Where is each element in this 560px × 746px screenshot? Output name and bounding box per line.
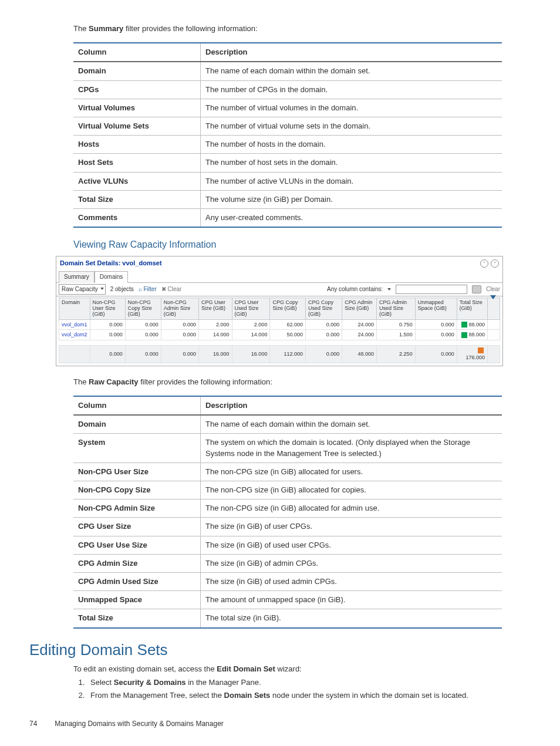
row-desc: The volume size (in GiB) per Domain. bbox=[201, 190, 502, 208]
panel-title: Domain Set Details: vvol_domset bbox=[60, 259, 162, 268]
sort-icon[interactable] bbox=[488, 298, 500, 319]
row-desc: The non-CPG size (in GiB) allocated for … bbox=[201, 481, 502, 499]
cell: 24.000 bbox=[342, 319, 377, 330]
object-count: 2 objects bbox=[110, 285, 134, 293]
cell: 0.000 bbox=[415, 330, 457, 340]
step-2: From the Management Tree, select the Dom… bbox=[87, 690, 531, 703]
domain-set-details-panel: Domain Set Details: vvol_domset ˄ ˅ Summ… bbox=[56, 256, 503, 366]
row-label: CPGs bbox=[73, 80, 201, 99]
expand-down-icon[interactable]: ˅ bbox=[491, 259, 499, 268]
col-unmapped[interactable]: Unmapped Space (GiB) bbox=[415, 298, 457, 319]
row-desc: The system on which the domain is locate… bbox=[201, 434, 502, 463]
col-cpg-admin-used[interactable]: CPG Admin Used Size (GiB) bbox=[376, 298, 415, 319]
col-domain[interactable]: Domain bbox=[59, 298, 90, 319]
row-desc: The number of hosts in the domain. bbox=[201, 136, 502, 154]
cell: 0.000 bbox=[305, 345, 342, 363]
row-desc: The size (in GiB) of used admin CPGs. bbox=[201, 572, 502, 590]
tab-bar: Summary Domains bbox=[56, 271, 502, 283]
row-desc: The name of each domain within the domai… bbox=[201, 62, 502, 80]
cell bbox=[488, 345, 500, 363]
cell bbox=[488, 330, 500, 340]
cell bbox=[59, 345, 90, 363]
cell: 88.000 bbox=[457, 319, 487, 330]
col-cpg-user-used[interactable]: CPG User Used Size (GiB) bbox=[232, 298, 270, 319]
raw-capacity-grid: Domain Non-CPG User Size (GiB) Non-CPG C… bbox=[59, 298, 500, 363]
row-label: Comments bbox=[73, 208, 201, 227]
contains-label: Any column contains: bbox=[327, 285, 383, 293]
row-desc: The name of each domain within the domai… bbox=[201, 415, 502, 434]
col-noncpg-admin[interactable]: Non-CPG Admin Size (GiB) bbox=[161, 298, 198, 319]
edit-intro: To edit an existing domain set, access t… bbox=[73, 664, 531, 674]
cell: 16.000 bbox=[232, 345, 270, 363]
row-desc: The total size (in GiB). bbox=[201, 609, 502, 628]
row-label: Non-CPG User Size bbox=[73, 463, 201, 481]
row-label: Virtual Volumes bbox=[73, 99, 201, 117]
cell: 0.000 bbox=[90, 345, 125, 363]
domain-link[interactable]: vvol_dom1 bbox=[59, 319, 90, 330]
col-cpg-admin-size[interactable]: CPG Admin Size (GiB) bbox=[342, 298, 377, 319]
row-label: Host Sets bbox=[73, 154, 201, 172]
cell: 0.000 bbox=[161, 330, 198, 340]
collapse-up-icon[interactable]: ˄ bbox=[480, 259, 488, 268]
row-desc: Any user-created comments. bbox=[201, 208, 502, 227]
cell: 2.000 bbox=[198, 319, 232, 330]
row-label: Total Size bbox=[73, 190, 201, 208]
row-desc: The non-CPG size (in GiB) allocated for … bbox=[201, 499, 502, 518]
col-total[interactable]: Total Size (GiB) bbox=[457, 298, 487, 319]
raw-table: Column Description DomainThe name of eac… bbox=[73, 396, 502, 628]
step-1: Select Security & Domains in the Manager… bbox=[87, 677, 531, 690]
cell: 0.000 bbox=[415, 319, 457, 330]
cell: 14.000 bbox=[232, 330, 270, 340]
row-label: Non-CPG Copy Size bbox=[73, 481, 201, 499]
col-noncpg-copy[interactable]: Non-CPG Copy Size (GiB) bbox=[125, 298, 161, 319]
cell: 14.000 bbox=[198, 330, 232, 340]
domain-link[interactable]: vvol_dom2 bbox=[59, 330, 90, 340]
footer-title: Managing Domains with Security & Domains… bbox=[55, 720, 223, 728]
col-header: Description bbox=[201, 396, 502, 415]
row-label: Unmapped Space bbox=[73, 591, 201, 609]
filter-link[interactable]: ⌕ Filter bbox=[139, 285, 157, 293]
print-icon[interactable] bbox=[472, 285, 481, 293]
col-header: Description bbox=[201, 43, 502, 62]
col-cpg-user-size[interactable]: CPG User Size (GiB) bbox=[198, 298, 232, 319]
col-header: Column bbox=[73, 43, 201, 62]
col-cpg-copy-used[interactable]: CPG Copy Used Size (GiB) bbox=[305, 298, 342, 319]
row-desc: The number of virtual volume sets in the… bbox=[201, 117, 502, 135]
cell: 0.000 bbox=[305, 319, 342, 330]
row-label: Hosts bbox=[73, 136, 201, 154]
row-label: Active VLUNs bbox=[73, 172, 201, 190]
cell: 62.000 bbox=[270, 319, 306, 330]
right-clear[interactable]: Clear bbox=[486, 285, 500, 293]
col-noncpg-user[interactable]: Non-CPG User Size (GiB) bbox=[90, 298, 125, 319]
row-desc: The number of CPGs in the domain. bbox=[201, 80, 502, 99]
clear-link[interactable]: ✖ Clear bbox=[161, 285, 182, 293]
row-label: Domain bbox=[73, 62, 201, 80]
cell: 176.000 bbox=[457, 345, 487, 363]
row-desc: The number of host sets in the domain. bbox=[201, 154, 502, 172]
row-label: Virtual Volume Sets bbox=[73, 117, 201, 135]
tab-summary[interactable]: Summary bbox=[59, 271, 95, 283]
row-label: Domain bbox=[73, 415, 201, 434]
row-label: Total Size bbox=[73, 609, 201, 628]
col-cpg-copy-size[interactable]: CPG Copy Size (GiB) bbox=[270, 298, 306, 319]
cell: 0.000 bbox=[125, 319, 161, 330]
cell: 48.000 bbox=[342, 345, 377, 363]
cell: 112.000 bbox=[270, 345, 306, 363]
chevron-down-icon[interactable] bbox=[387, 288, 391, 291]
tab-domains[interactable]: Domains bbox=[95, 271, 128, 283]
cell: 2.000 bbox=[232, 319, 270, 330]
row-label: CPG User Size bbox=[73, 518, 201, 536]
cell: 88.000 bbox=[457, 330, 487, 340]
row-label: Non-CPG Admin Size bbox=[73, 499, 201, 518]
view-dropdown[interactable]: Raw Capacity bbox=[59, 284, 106, 295]
cell: 24.000 bbox=[342, 330, 377, 340]
summary-intro: The Summary filter provides the followin… bbox=[73, 23, 531, 34]
row-desc: The size (in GiB) of user CPGs. bbox=[201, 518, 502, 536]
cell: 0.000 bbox=[161, 345, 198, 363]
cell: 0.000 bbox=[415, 345, 457, 363]
search-input[interactable] bbox=[396, 285, 467, 294]
cell: 0.000 bbox=[305, 330, 342, 340]
cell: 2.250 bbox=[376, 345, 415, 363]
edit-steps: Select Security & Domains in the Manager… bbox=[87, 677, 531, 703]
cell: 50.000 bbox=[270, 330, 306, 340]
